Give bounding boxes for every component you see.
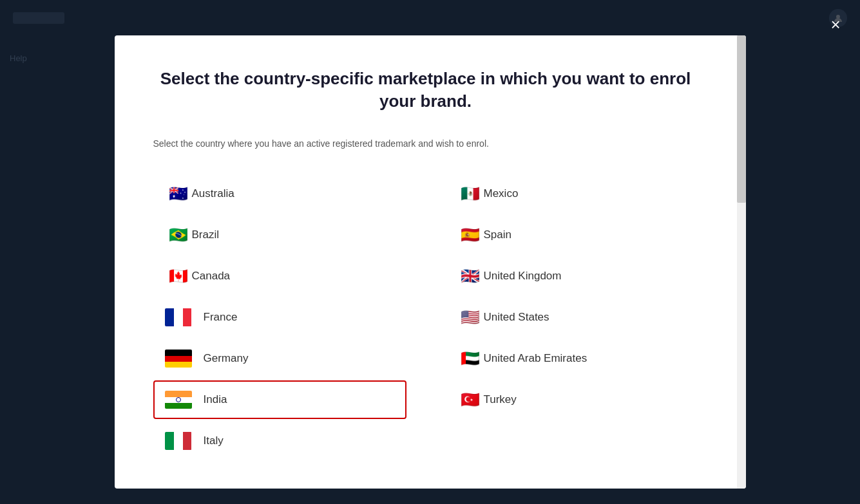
- country-item-tr[interactable]: 🇹🇷 Turkey: [445, 380, 698, 419]
- country-name-br: Brazil: [192, 229, 220, 241]
- flag-de: [165, 350, 192, 368]
- country-name-ca: Canada: [192, 270, 231, 283]
- country-name-tr: Turkey: [484, 393, 517, 406]
- country-name-fr: France: [204, 311, 238, 324]
- country-name-in: India: [204, 393, 227, 406]
- modal-title: Select the country-specific marketplace …: [153, 68, 698, 113]
- country-item-au[interactable]: 🇦🇺 Australia: [153, 174, 406, 213]
- country-item-it[interactable]: Italy: [153, 422, 406, 460]
- modal-content: Select the country-specific marketplace …: [115, 35, 746, 489]
- country-grid: 🇦🇺 Australia 🇧🇷 Brazil 🇨🇦 Canada: [153, 174, 698, 463]
- country-name-es: Spain: [484, 229, 511, 241]
- country-name-it: Italy: [204, 434, 224, 447]
- flag-fr: [165, 308, 192, 326]
- flag-it: [165, 432, 192, 450]
- country-item-fr[interactable]: France: [153, 298, 406, 337]
- country-item-br[interactable]: 🇧🇷 Brazil: [153, 216, 406, 254]
- flag-gb: 🇬🇧: [457, 267, 484, 285]
- modal-overlay: Select the country-specific marketplace …: [0, 0, 860, 504]
- flag-au: 🇦🇺: [165, 185, 192, 203]
- flag-ca: 🇨🇦: [165, 267, 192, 285]
- country-name-ae: United Arab Emirates: [484, 352, 588, 365]
- flag-us: 🇺🇸: [457, 308, 484, 326]
- country-name-de: Germany: [204, 352, 249, 365]
- country-item-ae[interactable]: 🇦🇪 United Arab Emirates: [445, 339, 698, 378]
- country-name-au: Australia: [192, 187, 234, 200]
- flag-es: 🇪🇸: [457, 226, 484, 244]
- flag-br: 🇧🇷: [165, 226, 192, 244]
- country-item-gb[interactable]: 🇬🇧 United Kingdom: [445, 257, 698, 295]
- country-item-in[interactable]: India: [153, 380, 406, 419]
- modal-dialog: Select the country-specific marketplace …: [115, 35, 746, 489]
- country-item-us[interactable]: 🇺🇸 United States: [445, 298, 698, 337]
- close-button[interactable]: ×: [824, 13, 847, 36]
- country-name-gb: United Kingdom: [484, 270, 562, 283]
- flag-mx: 🇲🇽: [457, 185, 484, 203]
- country-item-mx[interactable]: 🇲🇽 Mexico: [445, 174, 698, 213]
- flag-in: [165, 391, 192, 409]
- country-item-de[interactable]: Germany: [153, 339, 406, 378]
- country-item-ca[interactable]: 🇨🇦 Canada: [153, 257, 406, 295]
- flag-ae: 🇦🇪: [457, 350, 484, 368]
- modal-subtitle: Select the country where you have an act…: [153, 138, 698, 149]
- country-name-mx: Mexico: [484, 187, 519, 200]
- country-column-left: 🇦🇺 Australia 🇧🇷 Brazil 🇨🇦 Canada: [153, 174, 406, 463]
- flag-tr: 🇹🇷: [457, 391, 484, 409]
- country-name-us: United States: [484, 311, 549, 324]
- scrollbar-thumb[interactable]: [737, 35, 746, 203]
- country-item-es[interactable]: 🇪🇸 Spain: [445, 216, 698, 254]
- country-column-right: 🇲🇽 Mexico 🇪🇸 Spain 🇬🇧 United Kingdom 🇺🇸 …: [445, 174, 698, 463]
- scrollbar-track[interactable]: [737, 35, 746, 489]
